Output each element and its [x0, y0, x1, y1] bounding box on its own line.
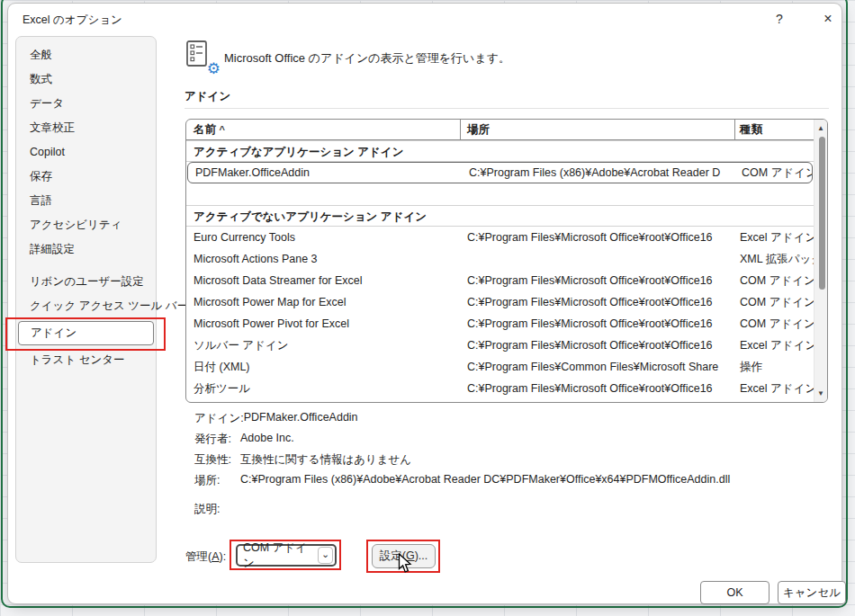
sidebar-item-proofing[interactable]: 文章校正	[16, 116, 156, 140]
sidebar-item-data[interactable]: データ	[16, 92, 156, 116]
column-header-type[interactable]: 種類	[735, 120, 814, 139]
table-spacer-row	[186, 183, 814, 205]
sidebar-item-save[interactable]: 保存	[16, 165, 156, 189]
column-header-location[interactable]: 場所	[461, 120, 735, 139]
page-description: Microsoft Office のアドインの表示と管理を行います。	[224, 50, 510, 67]
gear-icon: ⚙	[207, 61, 220, 76]
sidebar-item-copilot[interactable]: Copilot	[16, 140, 156, 165]
manage-dropdown-value: COM アドイン	[243, 540, 318, 571]
detail-publisher: 発行者: Adobe Inc.	[194, 432, 730, 447]
manage-label: 管理(A):	[185, 549, 226, 565]
addins-manager-icon: ⚙	[184, 40, 217, 74]
ok-button[interactable]: OK	[700, 581, 770, 604]
detail-label: アドイン:	[194, 411, 244, 426]
detail-label: 互換性:	[194, 452, 240, 468]
table-group-inactive: アクティブでないアプリケーション アドイン	[186, 205, 814, 227]
sort-asc-icon: ^	[219, 124, 224, 135]
scroll-down-icon[interactable]: ▼	[814, 387, 827, 400]
table-row[interactable]: 分析ツール C:¥Program Files¥Microsoft Office¥…	[186, 378, 814, 399]
detail-value: 互換性に関する情報はありません	[240, 452, 411, 468]
cancel-button[interactable]: キャンセル	[778, 581, 846, 604]
scrollbar-thumb[interactable]	[819, 137, 825, 290]
table-group-active: アクティブなアプリケーション アドイン	[186, 140, 814, 162]
column-label: 名前	[194, 123, 216, 136]
sidebar-item-general[interactable]: 全般	[16, 43, 156, 67]
table-row[interactable]: Microsoft Power Pivot for Excel C:¥Progr…	[186, 313, 814, 335]
addin-table: 名前 ^ 場所 種類 アクティブなアプリケーション アドイン PDFMaker.…	[185, 119, 828, 403]
sidebar-item-language[interactable]: 言語	[16, 189, 156, 213]
help-icon[interactable]: ?	[766, 7, 793, 31]
sidebar-group-gap	[16, 262, 156, 270]
table-row[interactable]: ソルバー アドイン C:¥Program Files¥Microsoft Off…	[186, 335, 814, 356]
close-icon[interactable]: ×	[814, 7, 842, 31]
manage-dropdown[interactable]: COM アドイン ⌄	[236, 544, 337, 567]
column-header-name[interactable]: 名前 ^	[186, 120, 461, 139]
table-header-row: 名前 ^ 場所 種類	[186, 120, 814, 140]
group-label: アクティブでないアプリケーション アドイン	[186, 206, 814, 226]
sidebar-item-trust-center[interactable]: トラスト センター	[16, 348, 156, 372]
detail-value: C:¥Program Files (x86)¥Adobe¥Acrobat Rea…	[240, 473, 730, 488]
chevron-down-icon: ⌄	[318, 547, 333, 564]
sidebar-item-quick-access[interactable]: クイック アクセス ツール バー	[16, 294, 156, 318]
detail-value: PDFMaker.OfficeAddin	[244, 411, 358, 426]
sidebar-item-customize-ribbon[interactable]: リボンのユーザー設定	[16, 270, 156, 294]
addin-details: アドイン: PDFMaker.OfficeAddin 発行者: Adobe In…	[194, 411, 730, 522]
scroll-up-icon[interactable]: ▲	[814, 121, 827, 135]
detail-label: 説明:	[194, 502, 240, 517]
sidebar-item-formulas[interactable]: 数式	[16, 67, 156, 92]
detail-label: 場所:	[194, 473, 240, 488]
table-row[interactable]: Microsoft Data Streamer for Excel C:¥Pro…	[186, 270, 814, 291]
detail-description: 説明:	[194, 502, 730, 517]
section-divider	[184, 108, 829, 109]
sidebar-item-advanced[interactable]: 詳細設定	[16, 237, 156, 262]
excel-options-dialog: Excel のオプション ? × 全般 数式 データ 文章校正 Copilot …	[7, 3, 842, 604]
table-row[interactable]: Microsoft Actions Pane 3 XML 拡張パック	[186, 248, 814, 270]
detail-addin: アドイン: PDFMaker.OfficeAddin	[194, 411, 730, 426]
sidebar-item-accessibility[interactable]: アクセシビリティ	[16, 213, 156, 237]
vertical-scrollbar[interactable]: ▲ ▼	[814, 120, 827, 402]
table-row[interactable]: 日付 (XML) C:¥Program Files¥Common Files¥M…	[186, 356, 814, 378]
detail-compatibility: 互換性: 互換性に関する情報はありません	[194, 452, 730, 468]
detail-location: 場所: C:¥Program Files (x86)¥Adobe¥Acrobat…	[194, 473, 730, 488]
group-label: アクティブなアプリケーション アドイン	[186, 141, 814, 161]
dialog-title: Excel のオプション	[22, 13, 122, 28]
section-title: アドイン	[184, 89, 230, 104]
detail-value: Adobe Inc.	[240, 432, 294, 447]
table-row-selected[interactable]: PDFMaker.OfficeAddin C:¥Program Files (x…	[187, 162, 813, 183]
table-row[interactable]: Euro Currency Tools C:¥Program Files¥Mic…	[186, 227, 814, 248]
settings-button[interactable]: 設定(G)...	[372, 544, 436, 568]
sidebar-item-addins[interactable]: アドイン	[18, 321, 154, 345]
options-sidebar: 全般 数式 データ 文章校正 Copilot 保存 言語 アクセシビリティ 詳細…	[15, 36, 157, 563]
detail-label: 発行者:	[194, 432, 240, 447]
table-row[interactable]: Microsoft Power Map for Excel C:¥Program…	[186, 291, 814, 313]
